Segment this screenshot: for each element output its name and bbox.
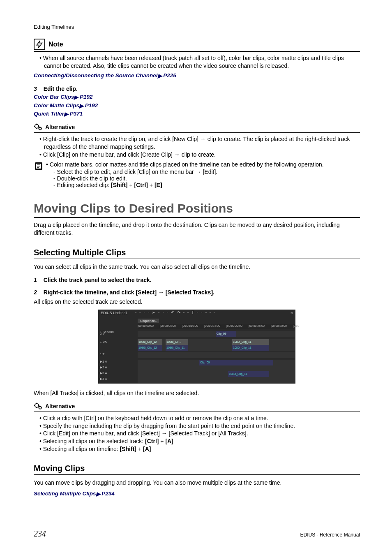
- arrow-icon: ▶: [74, 93, 78, 102]
- alternative-bar-2: Alternative: [34, 402, 360, 412]
- list-item: Selecting all clips on the selected trac…: [39, 437, 360, 445]
- ss-window-title: EDIUS Untitled1: [101, 311, 128, 315]
- alternative-label: Alternative: [45, 403, 75, 409]
- xref-page: P371: [70, 111, 83, 117]
- after-screenshot-para: When [All Tracks] is clicked, all clips …: [34, 389, 360, 398]
- ruler-tick: |00:00:00;00: [138, 324, 154, 327]
- track-label: 1 VA: [100, 340, 136, 344]
- svg-point-5: [39, 406, 41, 409]
- list-item: Right-click the track to create the clip…: [39, 135, 360, 151]
- arrow-icon: ▶: [64, 110, 68, 118]
- ruler-tick: |00:0: [293, 324, 299, 327]
- alternative-label: Alternative: [45, 124, 75, 130]
- note-bullets: When all source channels have been relea…: [34, 54, 360, 70]
- ruler-tick: |00:00:25;00: [249, 324, 265, 327]
- xref-label: Connecting/Disconnecting the Source Chan…: [34, 72, 158, 79]
- timeline-clip: 1080i_Clip_11: [232, 339, 269, 345]
- timeline-clip: Clip_09: [199, 360, 273, 365]
- step-2: 2 Right-click the timeline, and click [S…: [34, 289, 360, 296]
- lightning-icon: [34, 39, 45, 50]
- footer-title: EDIUS - Reference Manual: [300, 532, 360, 538]
- ruler-tick: |00:00:20;00: [226, 324, 242, 327]
- step-1: 1 Click the track panel to select the tr…: [34, 277, 360, 283]
- svg-point-4: [35, 403, 39, 407]
- xref-label: Selecting Multiple Clips: [34, 490, 96, 497]
- svg-point-0: [35, 125, 39, 128]
- step-3: 3 Edit the clip.: [34, 86, 360, 92]
- info-top: Color matte bars, color mattes and title…: [46, 161, 360, 168]
- xref-page: P192: [80, 94, 93, 100]
- page-number: 234: [34, 529, 46, 539]
- note-label: Note: [48, 41, 63, 48]
- svg-point-1: [39, 127, 41, 130]
- timeline-clip: 1080i_Clip_11: [232, 345, 269, 351]
- close-icon: ×: [291, 310, 293, 315]
- xref-page: P225: [163, 72, 176, 79]
- notepad-icon: [34, 161, 44, 170]
- note-bullet: When all source channels have been relea…: [39, 54, 360, 70]
- timeline-clip: 1080i_Cli…: [166, 339, 188, 345]
- ss-track-4a: [138, 377, 295, 383]
- step-text: Click the track panel to select the trac…: [44, 277, 152, 283]
- ruler-tick: |00:00:15;00: [204, 324, 220, 327]
- running-header: Editing Timelines: [34, 24, 360, 31]
- page-footer: 234 EDIUS - Reference Manual: [34, 529, 360, 539]
- alternative-bar: Alternative: [34, 123, 360, 133]
- ss-track-1va-top: 1080i_Clip_121080i_Cli…1080i_Clip_11: [138, 339, 295, 345]
- xref-label: Color Bar Clips: [34, 94, 74, 100]
- alternative-list-2: Click a clip with [Ctrl] on the keyboard…: [34, 414, 360, 453]
- h2b-paragraph: You can move clips by dragging and dropp…: [34, 479, 360, 487]
- track-label: 2 V: [100, 332, 136, 335]
- step-number: 1: [34, 277, 37, 283]
- track-label: 1 T: [100, 352, 136, 356]
- ss-track-1a: Clip_09: [138, 360, 295, 365]
- ruler-tick: |00:00:05;00: [160, 324, 176, 327]
- ruler-tick: |00:00:30;00: [271, 324, 287, 327]
- note-bar: Note: [34, 39, 360, 52]
- step3-xref[interactable]: Quick Titler▶ P371: [34, 110, 360, 118]
- list-item: Specify the range including the clip by …: [39, 422, 360, 430]
- h2a-paragraph: You can select all clips in the same tra…: [34, 263, 360, 271]
- dash-item: Select the clip to edit, and click [Clip…: [53, 169, 360, 175]
- timeline-screenshot: EDIUS Untitled1 × ▫ ▫ ▫ ▫ ✂ ▫ ▫ ▫ ↶ ↷ ▫ …: [98, 310, 295, 384]
- gears-icon: [34, 402, 43, 411]
- timeline-clip: 1080i_Clip_12: [138, 345, 162, 351]
- step-text: Edit the clip.: [44, 86, 78, 92]
- arrow-icon: ▶: [158, 72, 162, 80]
- timeline-clip: Clip_09: [216, 331, 236, 337]
- ss-track-2v: Clip_09: [138, 331, 295, 337]
- ss-track-1t: [138, 352, 295, 358]
- h2b-xref[interactable]: Selecting Multiple Clips▶ P234: [34, 490, 360, 498]
- timeline-clip: 1080i_Clip_11: [166, 345, 188, 351]
- ruler-tick: |00:00:10;00: [182, 324, 198, 327]
- ss-track-2a: [138, 365, 295, 371]
- note-xref[interactable]: Connecting/Disconnecting the Source Chan…: [34, 72, 360, 80]
- dash-item: Editing selected clip: [Shift] + [Ctrl] …: [53, 182, 360, 188]
- ss-track-panel: 1 Second2 V1 VA1 T▶1 A▶2 A▶3 A▶4 A: [98, 330, 138, 384]
- track-label: ▶4 A: [100, 377, 136, 381]
- step3-xref[interactable]: Color Matte Clips▶ P192: [34, 102, 360, 110]
- xref-label: Quick Titler: [34, 111, 64, 117]
- step3-xref[interactable]: Color Bar Clips▶ P192: [34, 93, 360, 102]
- heading-moving-clips: Moving Clips: [34, 464, 360, 475]
- info-block: Color matte bars, color mattes and title…: [34, 161, 360, 189]
- gears-icon: [34, 123, 43, 132]
- timeline-clip: 1080i_Clip_11: [228, 371, 269, 377]
- heading-selecting-multiple: Selecting Multiple Clips: [34, 248, 360, 259]
- arrow-icon: ▶: [96, 490, 100, 498]
- step2-after: All clips on the selected track are sele…: [34, 298, 360, 306]
- list-item: Click a clip with [Ctrl] on the keyboard…: [39, 414, 360, 422]
- ss-track-1va-bot: 1080i_Clip_121080i_Clip_111080i_Clip_11: [138, 345, 295, 351]
- step-number: 2: [34, 289, 37, 296]
- heading-1: Moving Clips to Desired Positions: [34, 201, 360, 218]
- info-dash-list: Select the clip to edit, and click [Clip…: [53, 169, 360, 188]
- list-item: Click [Clip] on the menu bar, and click …: [39, 151, 360, 159]
- ss-track-3a: 1080i_Clip_11: [138, 371, 295, 377]
- xref-page: P192: [85, 102, 98, 109]
- ss-sequence-tab: Sequence1: [138, 319, 159, 323]
- arrow-icon: ▶: [79, 102, 83, 110]
- h1-paragraph: Drag a clip placed on the timeline, and …: [34, 221, 360, 237]
- xref-page: P234: [101, 490, 115, 497]
- timeline-clip: 1080i_Clip_12: [138, 339, 162, 345]
- dash-item: Double-click the clip to edit.: [53, 175, 360, 182]
